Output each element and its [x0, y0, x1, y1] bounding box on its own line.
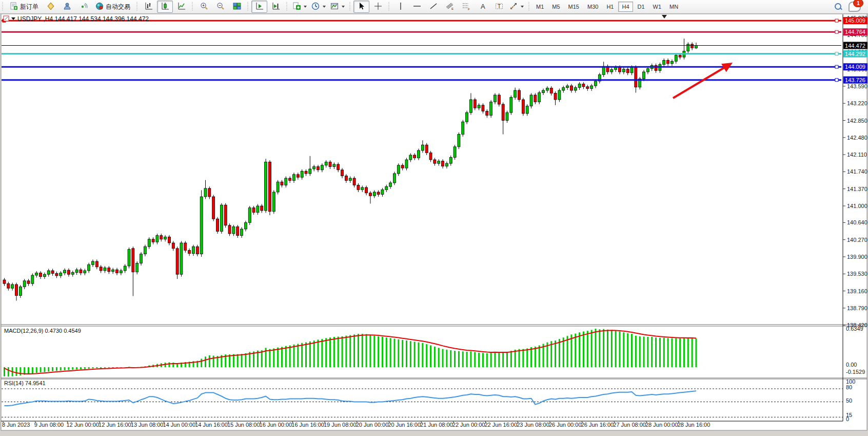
timeframe-mn[interactable]: MN: [666, 2, 682, 12]
toolbar-grip[interactable]: [527, 2, 531, 11]
terminal-icon: [63, 2, 71, 12]
new-order-button[interactable]: 新订单: [6, 1, 42, 12]
svg-text:16 Jun 16:00: 16 Jun 16:00: [291, 422, 324, 428]
svg-text:23 Jun 08:00: 23 Jun 08:00: [517, 422, 549, 428]
timeframe-w1[interactable]: W1: [649, 2, 665, 12]
signals-button[interactable]: [75, 1, 91, 13]
profiles-button[interactable]: [43, 1, 58, 13]
svg-text:140.640: 140.640: [847, 219, 867, 225]
notifications-button[interactable]: 1: [846, 1, 863, 13]
tile-windows-button[interactable]: [229, 1, 245, 13]
notification-badge: 1: [853, 0, 863, 7]
zoom-in-button[interactable]: [196, 1, 212, 13]
svg-text:142.110: 142.110: [847, 151, 867, 158]
line-chart-icon: [177, 2, 186, 12]
trendline-button[interactable]: [425, 1, 441, 13]
toolbar-grip[interactable]: [246, 2, 250, 11]
autotrading-button[interactable]: 自动交易: [92, 1, 134, 12]
macd-label: MACD(12,26,9) 0.4730 0.4549: [4, 328, 81, 334]
notification-icon: 1: [849, 2, 861, 12]
rsi-label: RSI(14) 74.9541: [4, 380, 46, 386]
svg-text:16 Jun 00:00: 16 Jun 00:00: [260, 422, 292, 428]
toolbar-grip[interactable]: [285, 2, 289, 11]
timeframe-m15[interactable]: M15: [565, 2, 583, 12]
candlestick-chart-button[interactable]: [157, 1, 173, 13]
svg-text:50: 50: [846, 397, 852, 404]
svg-text:142.850: 142.850: [847, 118, 867, 124]
periods-icon: [311, 2, 320, 12]
svg-text:0: 0: [846, 416, 849, 422]
templates-button[interactable]: [328, 1, 347, 13]
svg-text:80: 80: [846, 384, 852, 390]
svg-text:0.00: 0.00: [846, 362, 857, 368]
horizontal-line-button[interactable]: [409, 1, 425, 13]
svg-text:26 Jun 16:00: 26 Jun 16:00: [581, 422, 614, 428]
svg-text:T: T: [498, 3, 501, 9]
signals-icon: [80, 2, 88, 12]
timeframe-m5[interactable]: M5: [548, 2, 563, 12]
line-chart-button[interactable]: [173, 1, 189, 13]
auto-scroll-icon: [255, 2, 264, 12]
timeframe-m30[interactable]: M30: [584, 2, 602, 12]
svg-text:144.292: 144.292: [845, 51, 865, 57]
svg-text:144.009: 144.009: [845, 64, 865, 70]
crosshair-icon: [374, 2, 382, 12]
svg-text:27 Jun 08:00: 27 Jun 08:00: [613, 422, 646, 428]
search-button[interactable]: [830, 1, 846, 13]
text-icon: A: [479, 2, 487, 12]
shapes-button[interactable]: [507, 1, 526, 13]
timeframe-h4[interactable]: H4: [618, 2, 633, 12]
line-anchor[interactable]: [835, 52, 838, 55]
svg-text:12 Jun 00:00: 12 Jun 00:00: [66, 422, 99, 428]
indicators-button[interactable]: [290, 1, 309, 13]
svg-text:19 Jun 08:00: 19 Jun 08:00: [324, 422, 357, 428]
toolbar-grip[interactable]: [387, 2, 391, 11]
timeframe-h1[interactable]: H1: [603, 2, 617, 12]
text-button[interactable]: A: [475, 1, 490, 13]
line-anchor[interactable]: [835, 65, 838, 68]
crosshair-button[interactable]: [370, 1, 386, 13]
cursor-icon: [358, 2, 366, 12]
cursor-button[interactable]: [353, 1, 369, 13]
autotrading-icon: [95, 2, 104, 12]
dropdown-caret: [304, 6, 307, 8]
svg-text:143.220: 143.220: [847, 100, 867, 106]
chart-shift-button[interactable]: [268, 1, 284, 13]
main-toolbar: 新订单 自动交易 E F A T M1M5M15M30H1H4D1W1MN: [0, 0, 868, 14]
label-button[interactable]: T: [491, 1, 507, 13]
svg-text:143.590: 143.590: [847, 83, 867, 89]
vertical-line-button[interactable]: [392, 1, 408, 13]
svg-text:20 Jun 00:00: 20 Jun 00:00: [356, 422, 389, 428]
svg-text:26 Jun 00:00: 26 Jun 00:00: [549, 422, 582, 428]
toolbar-grip[interactable]: [135, 2, 139, 11]
svg-text:9 Jun 08:00: 9 Jun 08:00: [34, 422, 64, 428]
candlestick-chart-icon: [161, 2, 169, 12]
svg-text:139.900: 139.900: [847, 254, 867, 260]
bar-chart-button[interactable]: [141, 1, 156, 13]
trendline-icon: [429, 2, 438, 12]
line-anchor[interactable]: [835, 19, 838, 22]
timeframe-d1[interactable]: D1: [634, 2, 648, 12]
svg-text:141.000: 141.000: [847, 203, 867, 209]
channel-button[interactable]: E: [442, 1, 458, 13]
zoom-out-button[interactable]: [212, 1, 228, 13]
svg-text:0.6349: 0.6349: [846, 326, 863, 332]
line-anchor[interactable]: [835, 79, 838, 82]
svg-text:141.740: 141.740: [847, 168, 867, 175]
toolbar-grip[interactable]: [191, 2, 194, 11]
zoom-out-icon: [216, 2, 225, 12]
time-axis-labels: 8 Jun 20239 Jun 08:0012 Jun 00:0012 Jun …: [2, 421, 710, 428]
svg-text:144.472: 144.472: [845, 43, 865, 49]
auto-scroll-button[interactable]: [251, 1, 267, 13]
svg-text:22 Jun 00:00: 22 Jun 00:00: [452, 422, 485, 428]
toolbar-grip[interactable]: [1, 2, 5, 11]
profiles-icon: [47, 2, 55, 12]
chart-canvas[interactable]: 145.070144.700144.330143.960143.590143.2…: [0, 0, 868, 436]
terminal-button[interactable]: [59, 1, 75, 13]
line-anchor[interactable]: [835, 30, 838, 33]
periods-button[interactable]: [309, 1, 328, 13]
svg-text:14 Jun 00:00: 14 Jun 00:00: [163, 422, 196, 428]
timeframe-m1[interactable]: M1: [532, 2, 547, 12]
toolbar-grip[interactable]: [348, 2, 352, 11]
fibonacci-button[interactable]: F: [458, 1, 474, 13]
